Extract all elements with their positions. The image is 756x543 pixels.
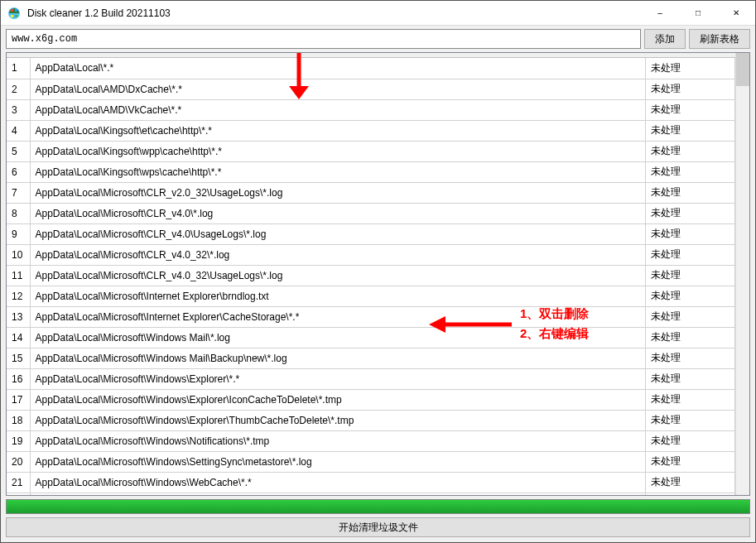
table-row[interactable]: 1AppData\Local\*.*未处理 [7, 58, 735, 79]
row-index: 4 [7, 120, 30, 141]
row-path: AppData\Local\Kingsoft\et\cache\http\*.* [30, 120, 646, 141]
table-row[interactable]: 22AppData\Local\Packages\Microsoft.Windo… [7, 493, 735, 495]
add-button[interactable]: 添加 [644, 29, 686, 49]
table-row[interactable]: 17AppData\Local\Microsoft\Windows\Explor… [7, 389, 735, 410]
table-row[interactable]: 7AppData\Local\Microsoft\CLR_v2.0_32\Usa… [7, 182, 735, 203]
row-path: AppData\Local\Microsoft\Windows\Explorer… [30, 410, 646, 430]
row-index: 8 [7, 203, 30, 223]
row-status: 未处理 [646, 410, 735, 430]
grid-container: 1AppData\Local\*.*未处理2AppData\Local\AMD\… [6, 52, 750, 496]
maximize-button[interactable]: □ [679, 1, 717, 26]
row-path: AppData\Local\Microsoft\Windows\Notifica… [30, 430, 646, 451]
table-row[interactable]: 9AppData\Local\Microsoft\CLR_v4.0\UsageL… [7, 223, 735, 244]
window-controls: – □ ✕ [641, 1, 755, 26]
table-row[interactable]: 14AppData\Local\Microsoft\Windows Mail\*… [7, 327, 735, 348]
table-row[interactable]: 10AppData\Local\Microsoft\CLR_v4.0_32\*.… [7, 244, 735, 265]
table-row[interactable]: 16AppData\Local\Microsoft\Windows\Explor… [7, 368, 735, 389]
row-index: 7 [7, 182, 30, 203]
table-row[interactable]: 4AppData\Local\Kingsoft\et\cache\http\*.… [7, 120, 735, 141]
row-status: 未处理 [646, 265, 735, 286]
row-status: 未处理 [646, 99, 735, 120]
svg-rect-2 [15, 9, 17, 12]
row-status: 未处理 [646, 182, 735, 203]
row-status: 未处理 [646, 348, 735, 368]
row-status: 未处理 [646, 79, 735, 99]
row-path: AppData\Local\Microsoft\Internet Explore… [30, 286, 646, 306]
row-path: AppData\Local\AMD\DxCache\*.* [30, 79, 646, 99]
table-row[interactable]: 6AppData\Local\Kingsoft\wps\cache\http\*… [7, 161, 735, 182]
row-path: AppData\Local\Microsoft\CLR_v4.0_32\*.lo… [30, 244, 646, 265]
table-row[interactable]: 20AppData\Local\Microsoft\Windows\Settin… [7, 451, 735, 472]
row-status: 未处理 [646, 58, 735, 79]
app-icon [7, 7, 21, 20]
row-status: 未处理 [646, 286, 735, 306]
row-path: AppData\Local\Microsoft\CLR_v4.0\*.log [30, 203, 646, 223]
progress-bar [6, 499, 750, 514]
table-row[interactable]: 15AppData\Local\Microsoft\Windows Mail\B… [7, 348, 735, 368]
row-path: AppData\Local\Microsoft\Windows\Explorer… [30, 389, 646, 410]
table-row[interactable]: 11AppData\Local\Microsoft\CLR_v4.0_32\Us… [7, 265, 735, 286]
svg-rect-1 [11, 9, 13, 12]
row-status: 未处理 [646, 430, 735, 451]
table-row[interactable]: 8AppData\Local\Microsoft\CLR_v4.0\*.log未… [7, 203, 735, 223]
app-window: Disk cleaner 1.2 Build 20211103 – □ ✕ 添加… [0, 0, 756, 543]
row-path: AppData\Local\Microsoft\Windows Mail\*.l… [30, 327, 646, 348]
row-index: 6 [7, 161, 30, 182]
row-index: 3 [7, 99, 30, 120]
row-index: 13 [7, 306, 30, 327]
row-path: AppData\Local\Microsoft\CLR_v2.0_32\Usag… [30, 182, 646, 203]
row-index: 22 [7, 493, 30, 495]
table-row[interactable]: 21AppData\Local\Microsoft\Windows\WebCac… [7, 472, 735, 493]
row-path: AppData\Local\Microsoft\CLR_v4.0\UsageLo… [30, 223, 646, 244]
row-index: 14 [7, 327, 30, 348]
row-status: 未处理 [646, 203, 735, 223]
minimize-button[interactable]: – [641, 1, 679, 26]
row-status: 未处理 [646, 327, 735, 348]
row-status: 未处理 [646, 120, 735, 141]
svg-rect-3 [11, 15, 13, 17]
vertical-scrollbar[interactable] [735, 53, 749, 495]
row-index: 9 [7, 223, 30, 244]
row-index: 10 [7, 244, 30, 265]
refresh-button[interactable]: 刷新表格 [689, 29, 750, 49]
row-index: 17 [7, 389, 30, 410]
row-status: 未处理 [646, 161, 735, 182]
row-path: AppData\Local\Microsoft\Windows\Explorer… [30, 368, 646, 389]
window-title: Disk cleaner 1.2 Build 20211103 [27, 7, 641, 19]
row-status: 未处理 [646, 451, 735, 472]
row-status: 未处理 [646, 472, 735, 493]
row-status: 未处理 [646, 244, 735, 265]
row-path: AppData\Local\*.* [30, 58, 646, 79]
table-row[interactable]: 12AppData\Local\Microsoft\Internet Explo… [7, 286, 735, 306]
row-status: 未处理 [646, 306, 735, 327]
path-input[interactable] [6, 29, 641, 49]
row-index: 2 [7, 79, 30, 99]
close-button[interactable]: ✕ [717, 1, 755, 26]
row-index: 16 [7, 368, 30, 389]
row-path: AppData\Local\Kingsoft\wpp\cache\http\*.… [30, 141, 646, 161]
row-path: AppData\Local\AMD\VkCache\*.* [30, 99, 646, 120]
start-clean-button[interactable]: 开始清理垃圾文件 [6, 517, 750, 537]
row-status: 未处理 [646, 141, 735, 161]
row-status: 未处理 [646, 368, 735, 389]
path-grid[interactable]: 1AppData\Local\*.*未处理2AppData\Local\AMD\… [7, 53, 735, 495]
scroll-thumb[interactable] [736, 53, 750, 86]
table-row[interactable]: 13AppData\Local\Microsoft\Internet Explo… [7, 306, 735, 327]
table-row[interactable]: 18AppData\Local\Microsoft\Windows\Explor… [7, 410, 735, 430]
row-status: 未处理 [646, 389, 735, 410]
row-index: 21 [7, 472, 30, 493]
row-index: 20 [7, 451, 30, 472]
svg-rect-4 [15, 15, 17, 17]
row-status: 未处理 [646, 223, 735, 244]
table-row[interactable]: 3AppData\Local\AMD\VkCache\*.*未处理 [7, 99, 735, 120]
title-bar[interactable]: Disk cleaner 1.2 Build 20211103 – □ ✕ [1, 1, 755, 26]
row-index: 12 [7, 286, 30, 306]
row-index: 19 [7, 430, 30, 451]
row-path: AppData\Local\Packages\Microsoft.Windows… [30, 493, 646, 495]
row-index: 5 [7, 141, 30, 161]
row-path: AppData\Local\Microsoft\Windows\WebCache… [30, 472, 646, 493]
row-path: AppData\Local\Kingsoft\wps\cache\http\*.… [30, 161, 646, 182]
table-row[interactable]: 19AppData\Local\Microsoft\Windows\Notifi… [7, 430, 735, 451]
table-row[interactable]: 5AppData\Local\Kingsoft\wpp\cache\http\*… [7, 141, 735, 161]
table-row[interactable]: 2AppData\Local\AMD\DxCache\*.*未处理 [7, 79, 735, 99]
